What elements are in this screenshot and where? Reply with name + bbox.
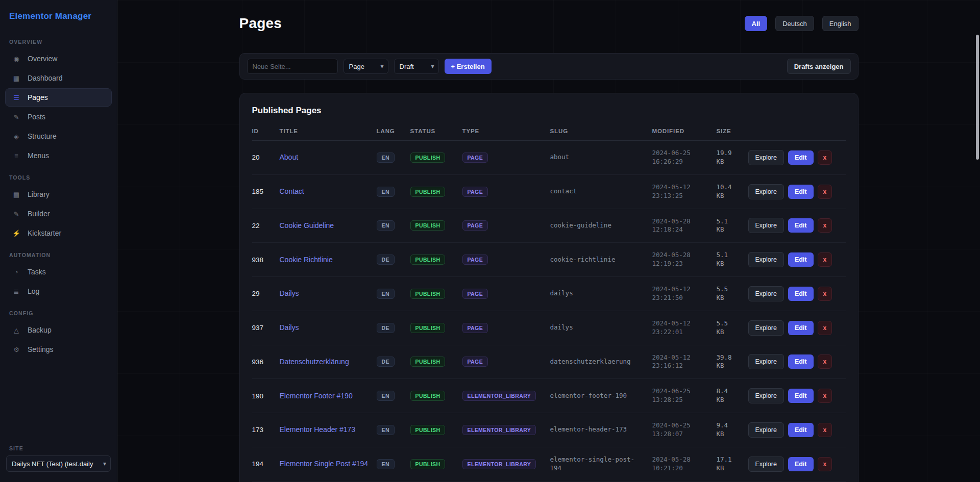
table-row: 936 Datenschutzerklärung DE PUBLISH PAGE…: [252, 345, 846, 379]
tasks-icon: ◔: [12, 269, 21, 275]
column-header-type: TYPE: [462, 124, 550, 141]
delete-button[interactable]: x: [818, 389, 832, 403]
page-title-link[interactable]: Elementor Footer #190: [280, 392, 353, 400]
page-modified: 2024-05-12 23:21:50: [652, 277, 717, 311]
delete-button[interactable]: x: [818, 185, 832, 199]
sidebar-item-structure[interactable]: ◈ Structure: [5, 127, 112, 145]
sidebar-item-log[interactable]: ≣ Log: [5, 282, 112, 300]
vertical-scrollbar-thumb[interactable]: [976, 35, 979, 160]
page-title-link[interactable]: About: [280, 153, 299, 161]
explore-button[interactable]: Explore: [748, 218, 784, 233]
sidebar-item-pages[interactable]: ☰ Pages: [5, 88, 112, 107]
page-title-link[interactable]: Dailys: [280, 323, 299, 332]
show-drafts-button[interactable]: Drafts anzeigen: [787, 59, 851, 74]
type-badge: ELEMENTOR_LIBRARY: [462, 459, 536, 469]
page-size: 5.5 KB: [717, 277, 748, 311]
explore-button[interactable]: Explore: [748, 150, 784, 165]
sidebar-item-library[interactable]: ▤ Library: [5, 185, 112, 204]
page-title-link[interactable]: Datenschutzerklärung: [280, 358, 349, 366]
page-title-link[interactable]: Dailys: [280, 289, 299, 297]
explore-button[interactable]: Explore: [748, 422, 784, 438]
explore-button[interactable]: Explore: [748, 184, 784, 199]
type-badge: PAGE: [462, 357, 488, 367]
sidebar-item-label: Builder: [28, 210, 50, 218]
row-actions: Explore Edit x: [748, 456, 846, 472]
overview-icon: ◉: [12, 56, 21, 62]
page-title-link[interactable]: Cookie Richtlinie: [280, 256, 333, 264]
section-label-site: SITE: [6, 440, 111, 455]
page-id: 173: [252, 413, 280, 447]
sidebar-item-backup[interactable]: △ Backup: [5, 321, 112, 339]
sidebar-item-settings[interactable]: ⚙ Settings: [5, 340, 112, 359]
delete-button[interactable]: x: [818, 423, 832, 437]
explore-button[interactable]: Explore: [748, 320, 784, 336]
page-title-link[interactable]: Cookie Guideline: [280, 221, 334, 230]
site-select[interactable]: Dailys NFT (Test) (test.daily: [6, 455, 111, 472]
sidebar-item-tasks[interactable]: ◔ Tasks: [5, 263, 112, 281]
settings-gear-icon: ⚙: [12, 346, 21, 353]
page-modified: 2024-05-28 10:21:20: [652, 447, 717, 481]
edit-button[interactable]: Edit: [788, 185, 814, 199]
page-type-select[interactable]: Page: [344, 59, 388, 74]
new-page-title-input[interactable]: [247, 59, 338, 74]
pages-icon: ☰: [12, 94, 21, 101]
filter-deutsch-button[interactable]: Deutsch: [775, 16, 814, 31]
sidebar-item-menus[interactable]: ≡ Menus: [5, 146, 112, 165]
delete-button[interactable]: x: [818, 354, 832, 369]
status-badge: PUBLISH: [410, 187, 446, 197]
page-size: 8.4 KB: [717, 379, 748, 413]
explore-button[interactable]: Explore: [748, 354, 784, 369]
row-actions: Explore Edit x: [748, 184, 846, 199]
lang-badge: DE: [377, 323, 395, 333]
delete-button[interactable]: x: [818, 252, 832, 267]
page-slug: datenschutzerklaerung: [550, 345, 652, 379]
page-title-link[interactable]: Elementor Header #173: [280, 425, 356, 434]
explore-button[interactable]: Explore: [748, 456, 784, 472]
table-row: 194 Elementor Single Post #194 EN PUBLIS…: [252, 447, 846, 481]
sidebar-item-label: Settings: [28, 345, 54, 353]
filter-all-button[interactable]: All: [745, 16, 768, 31]
sidebar-item-overview[interactable]: ◉ Overview: [5, 49, 112, 68]
edit-button[interactable]: Edit: [788, 321, 814, 335]
page-modified: 2024-05-12 23:22:01: [652, 311, 717, 345]
edit-button[interactable]: Edit: [788, 389, 814, 403]
sidebar-item-posts[interactable]: ✎ Posts: [5, 108, 112, 126]
sidebar-item-label: Overview: [28, 55, 57, 63]
page-slug: dailys: [550, 277, 652, 311]
edit-button[interactable]: Edit: [788, 218, 814, 233]
edit-button[interactable]: Edit: [788, 457, 814, 471]
explore-button[interactable]: Explore: [748, 252, 784, 267]
sidebar-item-kickstarter[interactable]: ⚡ Kickstarter: [5, 224, 112, 242]
edit-button[interactable]: Edit: [788, 354, 814, 369]
page-modified: 2024-06-25 13:28:07: [652, 413, 717, 447]
create-page-button[interactable]: + Erstellen: [445, 59, 492, 74]
status-badge: PUBLISH: [410, 425, 446, 435]
page-slug: about: [550, 141, 652, 175]
page-slug: cookie-guideline: [550, 209, 652, 243]
library-icon: ▤: [12, 191, 21, 198]
page-title-link[interactable]: Elementor Single Post #194: [280, 460, 369, 468]
page-size: 39.8 KB: [717, 345, 748, 379]
sidebar-item-dashboard[interactable]: ▦ Dashboard: [5, 69, 112, 87]
explore-button[interactable]: Explore: [748, 388, 784, 403]
menus-icon: ≡: [12, 153, 21, 159]
edit-button[interactable]: Edit: [788, 252, 814, 267]
page-status-select[interactable]: Draft: [394, 59, 439, 74]
edit-button[interactable]: Edit: [788, 150, 814, 165]
column-header-slug: SLUG: [550, 124, 652, 141]
page-title-link[interactable]: Contact: [280, 187, 304, 195]
explore-button[interactable]: Explore: [748, 286, 784, 301]
row-actions: Explore Edit x: [748, 252, 846, 267]
sidebar-item-builder[interactable]: ✎ Builder: [5, 205, 112, 223]
page-id: 20: [252, 141, 280, 175]
page-id: 29: [252, 277, 280, 311]
page-modified: 2024-06-25 13:28:25: [652, 379, 717, 413]
delete-button[interactable]: x: [818, 287, 832, 301]
filter-english-button[interactable]: English: [822, 16, 859, 31]
edit-button[interactable]: Edit: [788, 423, 814, 437]
delete-button[interactable]: x: [818, 150, 832, 165]
delete-button[interactable]: x: [818, 218, 832, 233]
delete-button[interactable]: x: [818, 457, 832, 471]
edit-button[interactable]: Edit: [788, 287, 814, 301]
delete-button[interactable]: x: [818, 321, 832, 335]
